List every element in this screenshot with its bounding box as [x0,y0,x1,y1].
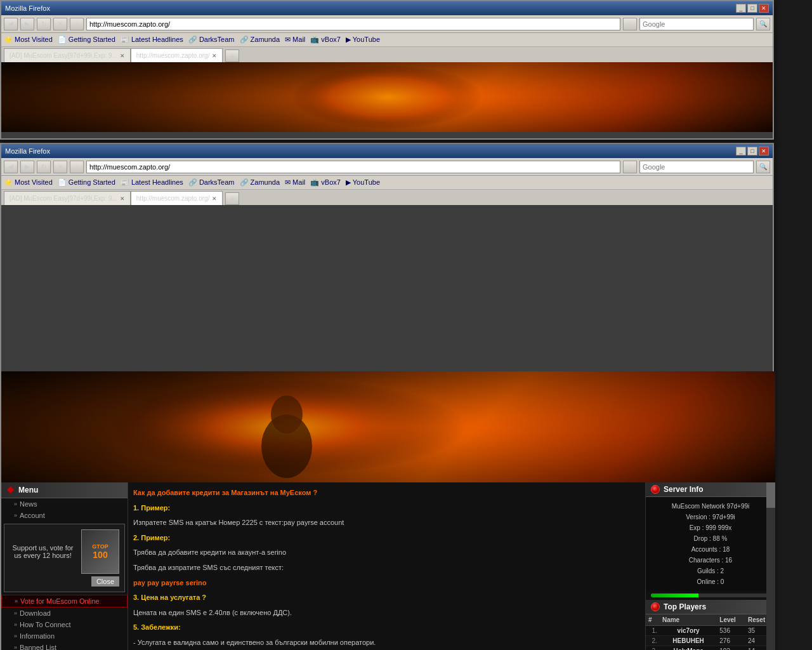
close-btn-2[interactable]: ✕ [759,147,769,156]
menu-label-vote: Vote for MuEscom Online [20,597,100,605]
tab-label-main-2: http://muescom.zapto.org/ [136,195,210,202]
bm-zamunda[interactable]: 🔗 Zamunda [240,36,280,44]
forward-btn-1[interactable]: ▶ [20,18,34,30]
table-header-row: # Name Level Reset [646,614,775,626]
bm-mail[interactable]: ✉ Mail [285,36,305,44]
arrow-icon-info: » [14,633,17,639]
address-bar-2[interactable] [86,161,620,173]
forward-btn-2[interactable]: ▶ [20,161,34,173]
bm2-mail[interactable]: ✉ Mail [285,178,305,187]
menu-item-howto[interactable]: » How To Connect [1,619,128,630]
minimize-btn-1[interactable]: _ [736,4,746,13]
bm2-vbox7[interactable]: 📺 vBox7 [310,178,341,187]
home-btn-1[interactable]: ⌂ [70,18,84,30]
page-scrollbar[interactable] [766,482,775,650]
maximize-btn-1[interactable]: □ [747,4,757,13]
search-btn-2[interactable]: 🔍 [756,161,770,173]
bm2-darksteam[interactable]: 🔗 DarksTeam [188,178,235,187]
col-rank: # [646,614,660,626]
sms-code-text: pay pay payrse serino [133,579,207,587]
bm2-youtube[interactable]: ▶ YouTube [346,178,380,187]
bm2-most-visited[interactable]: ⭐ Most Visited [4,178,53,187]
menu-item-news[interactable]: » News [1,498,128,510]
tab-close-main-1[interactable]: ✕ [212,53,217,59]
gtop-100: 100 [93,550,107,560]
back-btn-2[interactable]: ◀ [4,161,18,173]
menu-label-account: Account [20,512,45,519]
player-row-3: 3. HolyMage 102 14 [646,646,775,651]
new-tab-btn-1[interactable]: + [225,50,239,62]
star-btn-1[interactable]: ☆ [623,18,637,30]
menu-item-account[interactable]: » Account [1,510,128,521]
arrow-icon-banned: » [14,644,17,650]
step3-title: 3. Цена на услугата ? [133,592,640,604]
reload-btn-2[interactable]: ↻ [37,161,51,173]
star-btn-2[interactable]: ☆ [623,161,637,173]
search-btn-1[interactable]: 🔍 [756,18,770,30]
tab-label-ad-2: [AD] MuEscom Easy[97d+99i,Exp: 9... [10,195,117,202]
tab-main-1[interactable]: http://muescom.zapto.org/ ✕ [131,48,223,62]
menu-icon: ❖ [6,485,15,495]
bm2-headlines[interactable]: 📰 Latest Headlines [121,178,183,187]
bm-vbox7[interactable]: 📺 vBox7 [310,36,341,44]
minimize-btn-2[interactable]: _ [736,147,746,156]
scrollbar-thumb[interactable] [766,482,775,508]
bm2-getting-started[interactable]: 📄 Getting Started [58,178,115,187]
close-popup-btn[interactable]: Close [91,576,119,587]
menu-item-info[interactable]: » Information [1,630,128,642]
note-label: 5. Забележки: [133,623,181,631]
new-tab-btn-2[interactable]: + [225,192,239,205]
menu-item-download[interactable]: » Download [1,607,128,619]
title-bar-1: Mozilla Firefox _ □ ✕ [1,1,773,15]
stop-btn-1[interactable]: ✕ [53,18,67,30]
right-panel: Server Info MuEscom Network 97d+99i Vers… [645,482,775,650]
arrow-icon-vote: » [15,598,18,604]
note-title: 5. Забележки: [133,622,640,633]
banner-1 [1,62,773,132]
address-bar-1[interactable] [86,18,620,30]
tab-ad-2[interactable]: [AD] MuEscom Easy[97d+99i,Exp: 9... ✕ [4,191,131,205]
search-bar-2[interactable] [639,161,754,173]
tab-ad-1[interactable]: [AD] MuEscom Easy[97d+99i,Exp: 9... ✕ [4,48,131,62]
bm-most-visited[interactable]: ⭐ Most Visited [4,36,53,44]
menu-item-vote[interactable]: » Vote for MuEscom Online [1,595,128,607]
close-btn-1[interactable]: ✕ [759,4,769,13]
stop-btn-2[interactable]: ✕ [53,161,67,173]
reload-btn-1[interactable]: ↻ [37,18,51,30]
title-bar-2: Mozilla Firefox _ □ ✕ [1,144,773,158]
tab-close-ad-1[interactable]: ✕ [120,53,125,59]
server-info-section: Server Info MuEscom Network 97d+99i Vers… [646,482,775,597]
player-row-1: 1. vic7ory 536 35 [646,626,775,636]
center-content: Как да добавите кредити за Магазинът на … [128,482,645,650]
tab-close-main-2[interactable]: ✕ [212,196,217,202]
server-version: Version : 97d+99i [651,512,770,522]
top-players-section: Top Players # Name Level Reset [646,600,775,650]
bm-headlines[interactable]: 📰 Latest Headlines [121,36,183,44]
bm2-zamunda[interactable]: 🔗 Zamunda [240,178,280,187]
bm-darksteam[interactable]: 🔗 DarksTeam [188,36,235,44]
home-btn-2[interactable]: ⌂ [70,161,84,173]
bm-youtube[interactable]: ▶ YouTube [346,36,380,44]
menu-item-banned[interactable]: » Banned List [1,642,128,650]
vote-image[interactable]: GTOP 100 [81,529,119,574]
vote-text: Support us, vote for us every 12 hours! [10,544,76,559]
player-row-2: 2. HEBUHEH 276 24 [646,636,775,646]
tab-close-ad-2[interactable]: ✕ [120,196,125,202]
step1-title: 1. Пример: [133,503,640,514]
server-accounts: Accounts : 18 [651,544,770,555]
tab-main-2[interactable]: http://muescom.zapto.org/ ✕ [131,191,223,205]
left-panel: ❖ Menu » News » Account Support us, vote… [1,482,128,650]
tab-label-main-1: http://muescom.zapto.org/ [136,52,210,59]
search-bar-1[interactable] [639,18,754,30]
bookmarks-bar-2: ⭐ Most Visited 📄 Getting Started 📰 Lates… [1,176,773,190]
server-guilds: Guilds : 2 [651,566,770,576]
server-info-title: Server Info [664,485,704,494]
arrow-icon-news: » [14,501,17,507]
svg-point-3 [271,395,303,434]
players-tbody: 1. vic7ory 536 35 2. HEBUHEH 276 24 [646,626,775,651]
bm-getting-started[interactable]: 📄 Getting Started [58,36,115,44]
back-btn-1[interactable]: ◀ [4,18,18,30]
p3-name: HolyMage [660,646,717,651]
p1-name: vic7ory [660,626,717,636]
maximize-btn-2[interactable]: □ [747,147,757,156]
